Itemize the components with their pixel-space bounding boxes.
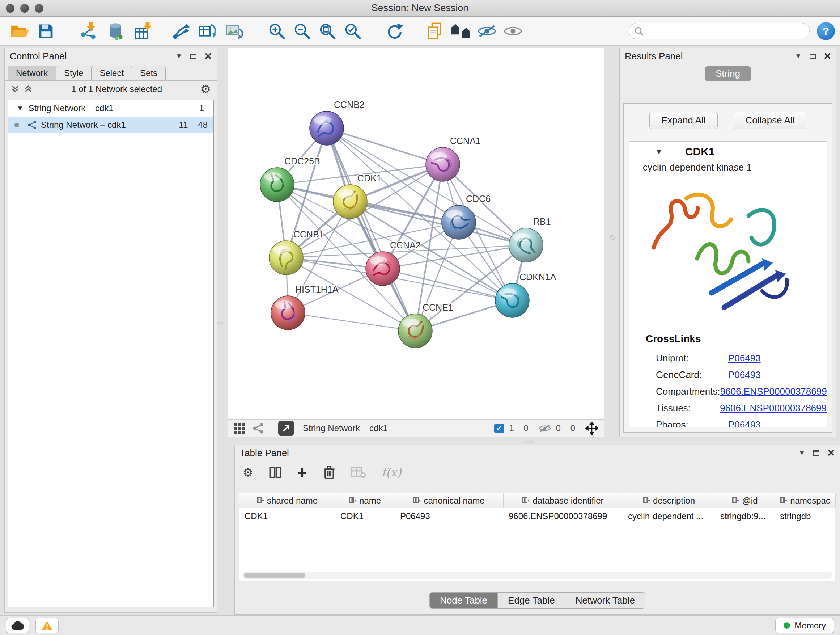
open-session-button[interactable] xyxy=(9,21,30,42)
delete-table-icon[interactable] xyxy=(351,467,366,478)
right-splitter-handle[interactable] xyxy=(610,235,615,240)
selected-checkbox-icon[interactable]: ✓ xyxy=(494,424,504,433)
tab-node-table[interactable]: Node Table xyxy=(429,592,498,608)
network-share-icon xyxy=(172,22,190,40)
tab-edge-table[interactable]: Edge Table xyxy=(497,592,565,608)
crosslink-link[interactable]: 9606.ENSP00000378699 xyxy=(720,386,827,397)
detach-view-button[interactable] xyxy=(278,421,294,435)
function-builder-icon[interactable]: f(x) xyxy=(382,466,401,479)
column-header-description[interactable]: description xyxy=(623,493,715,508)
crosslink-link[interactable]: P06493 xyxy=(728,369,761,380)
expand-all-icon[interactable] xyxy=(11,84,20,94)
node-CCNB1[interactable] xyxy=(269,241,303,275)
collapse-all-button[interactable]: Collapse All xyxy=(734,111,807,129)
column-header-shared-name[interactable]: shared name xyxy=(240,493,335,508)
home-view-button[interactable] xyxy=(450,21,471,42)
float-panel-icon[interactable] xyxy=(813,450,819,456)
network-tools-button[interactable] xyxy=(171,21,192,42)
node-CDC6[interactable] xyxy=(442,205,476,239)
hide-selected-button[interactable] xyxy=(477,21,497,42)
column-header--id[interactable]: @id xyxy=(715,493,775,508)
save-session-button[interactable] xyxy=(35,21,57,42)
crosslink-link[interactable]: P06493 xyxy=(728,419,761,428)
import-table-button[interactable] xyxy=(133,21,153,42)
cloud-status-button[interactable] xyxy=(6,618,29,633)
node-CCNA2[interactable] xyxy=(366,252,400,286)
trash-icon[interactable] xyxy=(323,466,335,479)
panel-menu-icon[interactable]: ▼ xyxy=(175,52,182,60)
zoom-out-button[interactable] xyxy=(292,21,313,42)
node-RB1[interactable] xyxy=(509,228,543,262)
node-CDKN1A[interactable] xyxy=(495,283,529,318)
new-network-from-selection-button[interactable] xyxy=(197,21,218,42)
network-collection-row[interactable]: ▼ String Network – cdk1 1 xyxy=(8,100,213,117)
export-image-button[interactable] xyxy=(224,21,245,42)
show-all-button[interactable] xyxy=(502,21,523,42)
close-panel-icon[interactable]: × xyxy=(824,51,831,61)
float-panel-icon[interactable] xyxy=(190,54,196,59)
import-network-database-button[interactable] xyxy=(105,21,126,42)
panel-menu-icon[interactable]: ▼ xyxy=(798,449,805,457)
collapse-entry-icon[interactable]: ▼ xyxy=(655,147,663,156)
close-panel-icon[interactable]: × xyxy=(827,448,835,458)
copy-annotations-button[interactable] xyxy=(424,21,445,42)
edge-CCNB2-CCNE1[interactable] xyxy=(327,128,415,331)
node-HIST1H1A[interactable] xyxy=(271,296,305,330)
memory-button[interactable]: Memory xyxy=(775,618,834,633)
node-CCNA1[interactable] xyxy=(426,147,460,181)
float-panel-icon[interactable] xyxy=(810,54,816,59)
tab-select[interactable]: Select xyxy=(91,65,132,80)
minimize-window-button[interactable] xyxy=(20,4,29,13)
tab-style[interactable]: Style xyxy=(56,65,92,80)
zoom-in-button[interactable] xyxy=(266,21,287,42)
table-settings-gear-icon[interactable]: ⚙ xyxy=(243,467,253,478)
show-columns-icon[interactable] xyxy=(269,466,281,478)
tab-string[interactable]: String xyxy=(705,66,751,81)
column-header-name[interactable]: name xyxy=(335,493,395,508)
zoom-fit-button[interactable] xyxy=(317,21,338,42)
edge-CCNA2-CDKN1A[interactable] xyxy=(383,269,512,301)
global-search-input[interactable] xyxy=(647,26,809,36)
protein-structure-image[interactable] xyxy=(643,182,813,324)
horizontal-scrollbar[interactable] xyxy=(242,572,832,578)
node-CDK1[interactable] xyxy=(333,185,367,219)
help-button[interactable]: ? xyxy=(817,22,835,40)
crosslink-row: Uniprot:P06493 xyxy=(629,350,827,366)
tree-expander-icon[interactable]: ▼ xyxy=(17,104,24,112)
network-overview-icon[interactable] xyxy=(253,423,264,434)
edge-HIST1H1A-CCNE1[interactable] xyxy=(288,313,415,331)
column-header-canonical-name[interactable]: canonical name xyxy=(395,493,504,508)
bottom-splitter-handle[interactable] xyxy=(525,440,533,443)
birds-eye-view-icon[interactable] xyxy=(234,423,245,434)
crosslink-link[interactable]: P06493 xyxy=(728,353,761,364)
expand-all-button[interactable]: Expand All xyxy=(649,111,718,129)
close-window-button[interactable] xyxy=(6,4,14,13)
tab-network-table[interactable]: Network Table xyxy=(565,592,645,608)
panel-menu-icon[interactable]: ▼ xyxy=(795,52,802,60)
node-CCNE1[interactable] xyxy=(398,314,432,348)
add-column-icon[interactable]: + xyxy=(297,466,307,479)
pan-move-icon[interactable] xyxy=(585,422,598,435)
crosslink-link[interactable]: 9606.ENSP00000378699 xyxy=(720,402,827,414)
maximize-window-button[interactable] xyxy=(35,4,43,13)
column-header-database-identifier[interactable]: database identifier xyxy=(504,493,623,508)
refresh-button[interactable] xyxy=(384,21,405,42)
zoom-selected-button[interactable] xyxy=(342,21,363,42)
node-CCNB2[interactable] xyxy=(309,111,344,145)
edge-CCNB2-CCNA1[interactable] xyxy=(327,128,443,165)
gene-entry-header[interactable]: ▼ CDK1 xyxy=(629,141,827,162)
network-canvas[interactable]: CCNB2CCNA1CDC25BCDK1CDC6RB1CCNB1CCNA2CDK… xyxy=(228,48,605,419)
tab-network[interactable]: Network xyxy=(8,65,56,80)
left-splitter-handle[interactable] xyxy=(218,321,223,325)
close-panel-icon[interactable]: × xyxy=(204,51,212,61)
column-header-namespac[interactable]: namespac xyxy=(775,493,836,508)
warnings-button[interactable] xyxy=(35,618,58,633)
network-row[interactable]: String Network – cdk1 11 48 xyxy=(8,117,213,133)
collapse-all-icon[interactable] xyxy=(24,84,33,94)
gear-icon[interactable]: ⚙ xyxy=(201,83,211,95)
scrollbar-thumb[interactable] xyxy=(244,573,305,578)
tab-sets[interactable]: Sets xyxy=(132,65,166,80)
import-network-file-button[interactable] xyxy=(77,21,98,42)
node-CDC25B[interactable] xyxy=(260,168,294,202)
table-row[interactable]: CDK1CDK1P064939606.ENSP00000378699cyclin… xyxy=(240,508,835,524)
